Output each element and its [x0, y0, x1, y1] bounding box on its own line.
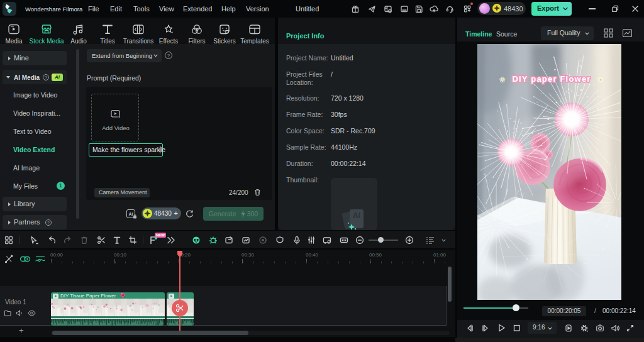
svg-text:AI: AI [353, 211, 360, 220]
svg-text:DIY paper Flower: DIY paper Flower [512, 74, 591, 84]
